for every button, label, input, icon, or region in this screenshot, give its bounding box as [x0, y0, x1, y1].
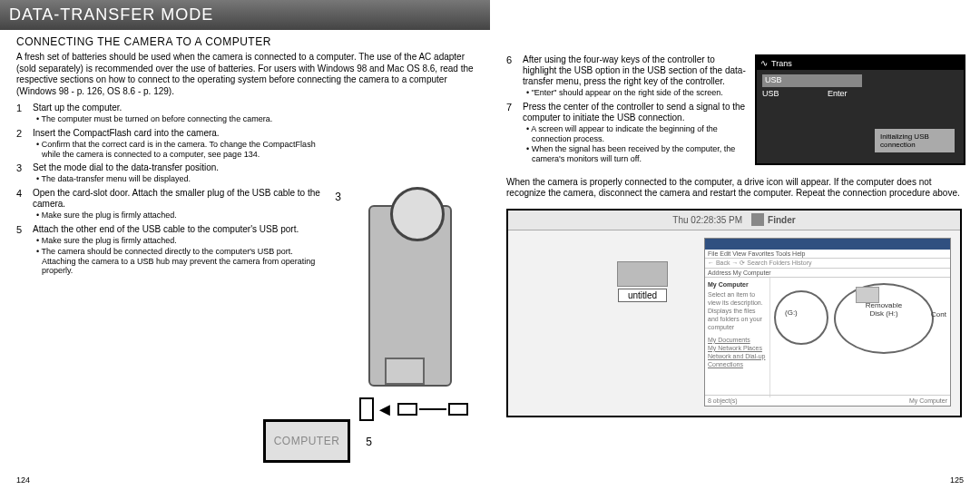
win-menubar: File Edit View Favorites Tools Help — [705, 250, 950, 259]
highlight-ring-g — [774, 290, 828, 345]
page-left: DATA-TRANSFER MODE CONNECTING THE CAMERA… — [0, 0, 490, 490]
page-right: 6 After using the four-way keys of the c… — [490, 0, 980, 490]
step-3: 3 Set the mode dial to the data-transfer… — [16, 162, 325, 184]
finder-icon — [751, 213, 764, 226]
step-4: 4 Open the card-slot door. Attach the sm… — [16, 188, 325, 220]
step-5: 5 Attach the other end of the USB cable … — [16, 224, 325, 276]
card-slot-icon — [385, 358, 425, 385]
computer-box: COMPUTER — [263, 419, 350, 463]
highlight-ring-h — [834, 283, 934, 354]
step-1: 1 Start up the computer. • The computer … — [16, 103, 325, 124]
lcd-enter-label: Enter — [828, 89, 848, 98]
win-titlebar — [705, 239, 950, 250]
diagram-callout-3: 3 — [335, 191, 341, 203]
win-sidebar: My Computer Select an item to view its d… — [705, 278, 770, 397]
lcd-toast: Initializing USB connection — [875, 129, 955, 152]
win-toolbar: ← Back → ⟳ Search Folders History — [705, 259, 950, 269]
after-paragraph: When the camera is properly connected to… — [506, 177, 965, 200]
camera-lcd: ∿Trans USB USB Enter Initializing USB co… — [755, 54, 965, 165]
windows-explorer: File Edit View Favorites Tools Help ← Ba… — [704, 238, 951, 407]
transfer-icon: ∿ — [760, 58, 768, 68]
lcd-selected-usb: USB — [762, 74, 862, 87]
removable-drive-icon — [617, 261, 668, 287]
win-drive-pane: (G:) Removable Disk (H:) Cont — [770, 278, 950, 397]
step-7: 7 Press the center of the controller to … — [506, 102, 748, 164]
mac-menubar: Thu 02:28:35 PM Finder — [508, 211, 960, 230]
win-addressbar: Address My Computer — [705, 269, 950, 278]
steps-left: 1 Start up the computer. • The computer … — [16, 103, 325, 276]
usb-cable-icon: ◄ — [359, 396, 468, 423]
intro-paragraph: A fresh set of batteries should be used … — [16, 52, 475, 97]
mode-dial-icon — [390, 187, 445, 241]
diagram-callout-5: 5 — [366, 436, 372, 448]
desktop-screenshots: Thu 02:28:35 PM Finder untitled File Edi… — [506, 209, 962, 417]
page-num-left: 124 — [16, 475, 30, 485]
camera-diagram: ◄ — [359, 191, 468, 436]
step-6: 6 After using the four-way keys of the c… — [506, 54, 748, 98]
win-statusbar: 8 object(s) My Computer — [705, 395, 950, 406]
section-subtitle: CONNECTING THE CAMERA TO A COMPUTER — [16, 35, 475, 48]
page-num-right: 125 — [950, 475, 964, 485]
step-2: 2 Insert the CompactFlash card into the … — [16, 128, 325, 160]
lcd-item-usb: USB — [762, 89, 779, 98]
mac-drive-icon: untitled — [617, 261, 668, 300]
page-title-bar: DATA-TRANSFER MODE — [0, 0, 490, 30]
